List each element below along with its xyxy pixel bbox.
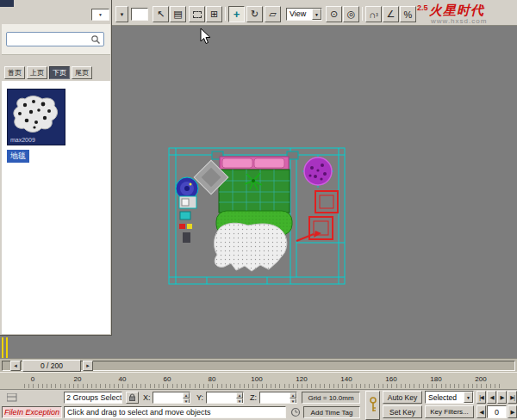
add-time-tag-field[interactable]: Add Time Tag bbox=[303, 406, 360, 418]
play-button[interactable]: ▶ bbox=[497, 391, 507, 404]
select-object-button[interactable]: ↖ bbox=[153, 6, 169, 22]
tick-label: 140 bbox=[340, 375, 352, 383]
tick-label: 0 bbox=[31, 375, 34, 383]
search-icon[interactable] bbox=[90, 34, 101, 45]
spinner-down-icon[interactable]: ▼ bbox=[290, 398, 296, 404]
y-spinner[interactable]: ▲ ▼ bbox=[236, 392, 243, 403]
pager-next-button[interactable]: 下页 bbox=[49, 66, 70, 79]
listener-splitter-icon[interactable] bbox=[7, 393, 17, 402]
next-key-button[interactable]: ▶ bbox=[508, 405, 517, 418]
spinner-up-icon[interactable]: ▲ bbox=[236, 392, 243, 398]
set-keys-button[interactable] bbox=[365, 391, 380, 420]
select-by-name-button[interactable]: ▤ bbox=[170, 6, 186, 22]
spinner-up-icon[interactable]: ▲ bbox=[183, 392, 190, 398]
time-slider-handle[interactable]: 0 / 200 bbox=[22, 360, 81, 372]
snap-toggle-button[interactable]: ∩ 3 bbox=[365, 6, 382, 22]
y-coordinate-field[interactable]: ▲ ▼ bbox=[206, 392, 244, 404]
z-spinner[interactable]: ▲ ▼ bbox=[290, 392, 296, 403]
watermark-url: www.hxsd.com bbox=[431, 17, 487, 25]
key-filter-dropdown[interactable]: Selected ▼ bbox=[425, 391, 474, 404]
tick-label: 100 bbox=[251, 375, 262, 383]
asset-thumbnail[interactable]: max2009 bbox=[7, 89, 65, 145]
select-move-button[interactable]: + bbox=[228, 6, 245, 22]
pager-prev-button[interactable]: 上页 bbox=[27, 66, 47, 79]
selection-status-field: 2 Groups Selected bbox=[64, 392, 122, 404]
time-slider-label: 0 / 200 bbox=[40, 361, 63, 370]
round-rug[interactable] bbox=[302, 155, 333, 188]
time-tag-icon bbox=[290, 407, 301, 417]
chevron-down-icon[interactable]: ▼ bbox=[312, 9, 321, 20]
tick-label: 200 bbox=[475, 375, 486, 383]
search-box[interactable] bbox=[6, 32, 104, 46]
fur-rug[interactable] bbox=[215, 223, 287, 271]
chevron-down-icon: ▼ bbox=[98, 12, 103, 17]
named-selection-field[interactable] bbox=[131, 8, 148, 21]
prev-key-icon: ◀ bbox=[480, 409, 483, 416]
reference-coordinate-dropdown[interactable]: View ▼ bbox=[286, 8, 322, 21]
select-rotate-button[interactable]: ↻ bbox=[246, 6, 263, 22]
x-label: X: bbox=[143, 393, 151, 402]
panel-dropdown[interactable]: ▼ bbox=[91, 9, 109, 21]
chevron-down-icon[interactable]: ▼ bbox=[464, 392, 473, 403]
z-coordinate-field[interactable]: ▲ ▼ bbox=[259, 392, 297, 404]
spinner-down-icon[interactable]: ▼ bbox=[183, 398, 190, 404]
tick-label: 120 bbox=[296, 375, 307, 383]
goto-start-button[interactable]: |◀ bbox=[477, 391, 486, 404]
slider-prev-icon[interactable]: ◂ bbox=[10, 361, 21, 371]
pager-label: 尾页 bbox=[75, 68, 89, 77]
selection-lock-button[interactable] bbox=[126, 392, 139, 404]
track-bar[interactable]: 0 20 40 60 80 100 120 140 160 180 200 bbox=[0, 372, 517, 389]
watermark-version: 2.5 bbox=[417, 3, 428, 12]
slider-next-icon[interactable]: ▸ bbox=[83, 361, 93, 371]
current-frame-field[interactable]: 0 bbox=[487, 405, 507, 418]
bed[interactable] bbox=[216, 157, 292, 235]
status-row-1: 2 Groups Selected X: ▲ ▼ Y: ▲ ▼ Z: bbox=[0, 389, 517, 405]
y-label: Y: bbox=[196, 393, 203, 402]
select-scale-button[interactable]: ▱ bbox=[265, 6, 281, 22]
x-spinner[interactable]: ▲ ▼ bbox=[183, 392, 190, 403]
auto-key-button[interactable]: Auto Key bbox=[383, 391, 422, 404]
pivot-center-icon: ⊙ bbox=[330, 9, 338, 20]
grid-setting-text: Grid = 10.0mm bbox=[308, 394, 353, 402]
prev-key-button[interactable]: ◀ bbox=[477, 405, 486, 418]
key-filter-selected: Selected bbox=[428, 393, 457, 402]
goto-end-button[interactable]: ▶| bbox=[508, 391, 517, 404]
picture-frame-1[interactable] bbox=[315, 191, 338, 213]
asset-list: max2009 地毯 bbox=[2, 81, 110, 334]
spinner-up-icon[interactable]: ▲ bbox=[290, 392, 296, 398]
prompt-text: Click and drag to select and move object… bbox=[67, 408, 211, 417]
pager-last-button[interactable]: 尾页 bbox=[72, 66, 92, 79]
set-key-button[interactable]: Set Key bbox=[383, 405, 422, 418]
angle-icon: ∠ bbox=[387, 9, 396, 20]
scale-icon: ▱ bbox=[269, 9, 276, 20]
key-filters-button[interactable]: Key Filters... bbox=[425, 405, 474, 418]
desk-items[interactable] bbox=[179, 196, 196, 243]
select-manipulate-button[interactable]: ◎ bbox=[343, 6, 359, 22]
time-slider-row: ◂ 0 / 200 ▸ bbox=[0, 358, 517, 372]
search-section bbox=[2, 24, 110, 55]
asset-caption[interactable]: 地毯 bbox=[7, 150, 29, 163]
toolbar-separator bbox=[362, 7, 363, 21]
prev-frame-button[interactable]: ◀ bbox=[487, 391, 496, 404]
next-key-icon: ▶ bbox=[511, 409, 514, 416]
region-select-button[interactable] bbox=[189, 6, 205, 22]
angle-snap-button[interactable]: ∠ bbox=[383, 6, 399, 22]
lock-icon bbox=[128, 393, 136, 402]
window-crossing-button[interactable]: ⊞ bbox=[206, 6, 222, 22]
z-label: Z: bbox=[250, 393, 257, 402]
x-coordinate-field[interactable]: ▲ ▼ bbox=[153, 392, 190, 404]
search-input[interactable] bbox=[9, 34, 91, 45]
percent-snap-button[interactable]: % bbox=[400, 6, 416, 22]
use-center-button[interactable]: ⊙ bbox=[326, 6, 342, 22]
key-filters-label: Key Filters... bbox=[430, 408, 468, 416]
prompt-line-field: Click and drag to select and move object… bbox=[64, 406, 286, 418]
picture-frame-2[interactable] bbox=[309, 217, 333, 239]
chevron-down-icon: ▼ bbox=[120, 12, 125, 17]
rotate-icon: ↻ bbox=[251, 9, 258, 20]
history-dropdown-button[interactable]: ▼ bbox=[115, 6, 128, 22]
spinner-down-icon[interactable]: ▼ bbox=[236, 398, 243, 404]
tick-label: 160 bbox=[385, 375, 396, 383]
pager-first-button[interactable]: 首页 bbox=[4, 66, 25, 79]
panel-titlebar-fragment bbox=[0, 0, 14, 7]
move-icon: + bbox=[234, 8, 240, 21]
